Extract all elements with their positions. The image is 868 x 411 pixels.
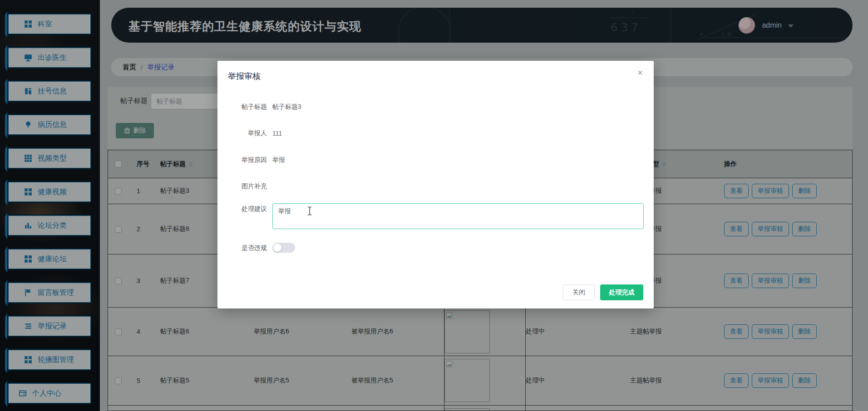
field-image-supplement: 图片补充 (217, 180, 654, 193)
text-cursor (307, 206, 312, 216)
suggestion-textarea[interactable] (272, 203, 644, 229)
field-value: 举报 (272, 156, 285, 164)
field-label: 图片补充 (217, 182, 267, 191)
violation-label: 是否违规 (217, 244, 267, 252)
screen: 科室出诊医生挂号信息病历信息视频类型健康视频论坛分类健康论坛留言板管理举报记录轮… (0, 0, 868, 411)
field-value: 帖子标题3 (272, 103, 301, 111)
field-label: 举报人 (217, 129, 267, 137)
field-reporter: 举报人 111 (217, 127, 654, 140)
suggestion-label: 处理建议 (217, 205, 267, 213)
dialog-confirm-button[interactable]: 处理完成 (600, 284, 643, 300)
field-value: 111 (272, 130, 282, 137)
dialog-title: 举报审核 (228, 71, 261, 82)
close-icon[interactable]: × (637, 68, 643, 77)
field-label: 帖子标题 (217, 103, 267, 111)
field-label: 举报原因 (217, 156, 267, 164)
violation-toggle[interactable] (272, 243, 295, 253)
field-post-title: 帖子标题 帖子标题3 (217, 101, 654, 113)
dialog-close-button[interactable]: 关闭 (563, 284, 595, 300)
field-report-reason: 举报原因 举报 (217, 154, 654, 166)
toggle-knob (273, 244, 281, 252)
report-review-dialog: 举报审核 × 帖子标题 帖子标题3 举报人 111 举报原因 举报 图片补充 处… (217, 61, 654, 308)
